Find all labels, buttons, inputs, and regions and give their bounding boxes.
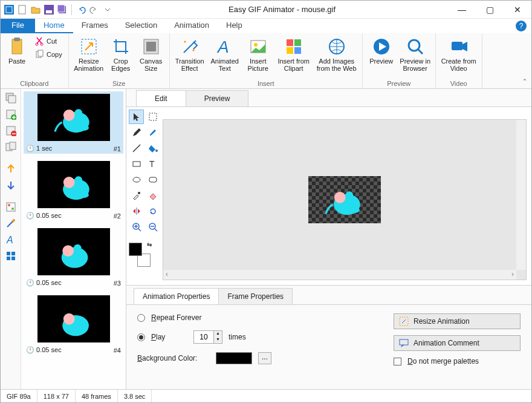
svg-point-67 — [346, 191, 353, 198]
file-menu[interactable]: File — [1, 19, 35, 33]
tool-line-icon[interactable] — [129, 141, 144, 156]
svg-point-57 — [155, 149, 158, 152]
minimize-button[interactable]: — — [448, 1, 476, 19]
tool-pencil-icon[interactable] — [129, 125, 144, 140]
tool-pointer-icon[interactable] — [129, 110, 144, 124]
svg-rect-7 — [12, 39, 22, 54]
frame-item[interactable]: 🕐 0.05 sec#4 — [24, 293, 123, 355]
tool-add-frame-icon[interactable] — [4, 91, 18, 105]
app-icon — [3, 4, 15, 16]
qat-redo-icon[interactable] — [88, 4, 100, 16]
tool-flip-icon[interactable] — [129, 204, 144, 218]
play-times-radio[interactable] — [137, 333, 145, 341]
svg-rect-34 — [10, 142, 16, 149]
qat-dropdown-icon[interactable] — [102, 4, 114, 16]
tool-eraser-icon[interactable] — [145, 188, 160, 203]
svg-rect-39 — [7, 252, 10, 255]
foreground-color-swatch[interactable] — [129, 243, 142, 256]
vertical-scrollbar[interactable] — [516, 120, 526, 270]
qat-undo-icon[interactable] — [75, 4, 87, 16]
tool-move-up-icon[interactable] — [4, 162, 18, 175]
tab-animation[interactable]: Animation — [166, 19, 218, 33]
tab-selection[interactable]: Selection — [117, 19, 166, 33]
preview-button[interactable]: Preview — [366, 34, 397, 77]
svg-point-53 — [74, 244, 81, 252]
tool-duplicate-icon[interactable] — [4, 140, 18, 154]
svg-text:A: A — [6, 235, 13, 245]
frames-panel[interactable]: 🕐 1 sec#1 🕐 0.05 sec#2 🕐 0.05 sec#3 🕐 0.… — [21, 89, 126, 389]
frame-item[interactable]: 🕐 0.05 sec#2 — [24, 159, 123, 221]
svg-rect-4 — [46, 10, 52, 13]
svg-point-36 — [8, 204, 10, 206]
tool-eyedropper-icon[interactable] — [129, 188, 144, 203]
canvas-size-button[interactable]: Canvas Size — [137, 34, 166, 77]
horizontal-scrollbar[interactable]: ‹› — [163, 270, 516, 280]
tool-zoomin-icon[interactable] — [129, 220, 144, 234]
transition-effect-button[interactable]: Transition Effect — [174, 34, 206, 77]
resize-animation-prop-button[interactable]: Resize Animation — [394, 313, 521, 329]
qat-new-icon[interactable] — [16, 4, 28, 16]
tool-text-icon[interactable]: A — [4, 233, 18, 246]
tab-frames[interactable]: Frames — [73, 19, 117, 33]
bgcolor-picker-button[interactable]: ... — [258, 352, 271, 364]
svg-rect-21 — [287, 47, 293, 54]
tool-brush-icon[interactable] — [145, 125, 160, 140]
svg-rect-58 — [133, 162, 140, 166]
tool-type-icon[interactable]: T — [145, 157, 160, 171]
preview-browser-button[interactable]: Preview in Browser — [399, 34, 432, 77]
editor-tab-edit[interactable]: Edit — [136, 90, 186, 106]
tool-effects-icon[interactable] — [4, 200, 18, 214]
add-images-web-button[interactable]: Add Images from the Web — [315, 34, 358, 77]
tool-insert-icon[interactable] — [4, 108, 18, 121]
tool-ellipse-icon[interactable] — [129, 172, 144, 187]
tab-frame-properties[interactable]: Frame Properties — [218, 288, 293, 304]
tool-grid-icon[interactable] — [4, 249, 18, 263]
insert-clipart-button[interactable]: Insert from Clipart — [275, 34, 313, 77]
svg-rect-12 — [38, 50, 43, 56]
svg-rect-35 — [7, 203, 15, 211]
qat-saveall-icon[interactable] — [56, 4, 68, 16]
tool-rotate-icon[interactable] — [145, 204, 160, 218]
svg-point-45 — [74, 109, 82, 116]
close-button[interactable]: ✕ — [504, 1, 531, 19]
animated-text-button[interactable]: AAnimated Text — [209, 34, 241, 77]
editor-tab-preview[interactable]: Preview — [186, 90, 249, 106]
svg-rect-19 — [287, 39, 293, 46]
svg-rect-61 — [149, 177, 157, 182]
copy-button[interactable]: Copy — [32, 48, 65, 61]
insert-picture-button[interactable]: Insert Picture — [244, 34, 273, 77]
tab-home[interactable]: Home — [35, 19, 73, 33]
tool-zoomout-icon[interactable] — [145, 220, 160, 234]
tool-bucket-icon[interactable] — [145, 141, 160, 156]
help-icon[interactable]: ? — [516, 21, 527, 31]
animation-comment-button[interactable]: Animation Comment — [394, 335, 521, 351]
play-count-input[interactable]: ▲▼ — [193, 330, 222, 344]
canvas-area[interactable]: ‹› — [163, 119, 527, 280]
tool-move-down-icon[interactable] — [4, 179, 18, 192]
qat-open-icon[interactable] — [30, 4, 42, 16]
qat-save-icon[interactable] — [43, 4, 55, 16]
create-from-video-button[interactable]: Create from Video — [440, 34, 478, 77]
tool-wand-icon[interactable] — [4, 217, 18, 230]
tool-rect-icon[interactable] — [129, 157, 144, 171]
maximize-button[interactable]: ▢ — [476, 1, 504, 19]
cut-button[interactable]: Cut — [32, 34, 65, 48]
tab-help[interactable]: Help — [218, 19, 251, 33]
svg-rect-22 — [294, 47, 301, 54]
resize-animation-button[interactable]: Resize Animation — [73, 34, 105, 77]
frame-item[interactable]: 🕐 0.05 sec#3 — [24, 226, 123, 288]
tab-animation-properties[interactable]: Animation Properties — [134, 288, 219, 304]
nomerge-checkbox[interactable]: Do not merge palettes — [394, 357, 521, 365]
crop-edges-button[interactable]: Crop Edges — [108, 34, 134, 77]
frame-item[interactable]: 🕐 1 sec#1 — [24, 91, 123, 154]
group-clipboard-label: Clipboard — [4, 80, 65, 88]
tool-roundrect-icon[interactable] — [145, 172, 160, 187]
tool-delete-icon[interactable] — [4, 124, 18, 137]
repeat-forever-radio[interactable]: Repeat Forever — [137, 313, 394, 322]
tool-marquee-icon[interactable] — [145, 110, 160, 124]
svg-point-52 — [62, 245, 74, 257]
paste-button[interactable]: Paste — [4, 34, 30, 77]
color-swatches[interactable]: ⇆ — [129, 243, 153, 267]
bgcolor-swatch[interactable] — [216, 352, 252, 364]
ribbon-collapse-icon[interactable]: ⌃ — [522, 77, 528, 86]
